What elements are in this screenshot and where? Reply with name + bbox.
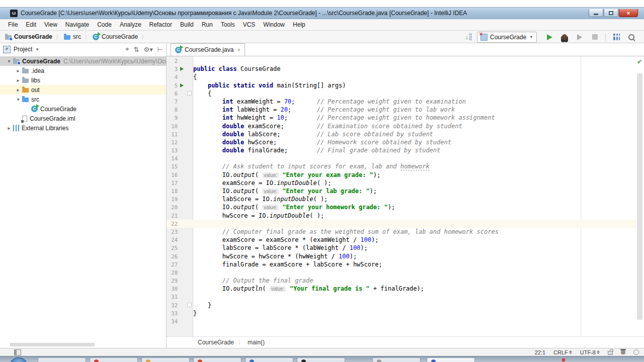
- taskbar-button[interactable]: [427, 357, 475, 362]
- project-panel-title[interactable]: Project: [14, 46, 32, 53]
- menu-item-tools[interactable]: Tools: [217, 20, 239, 29]
- code-line[interactable]: 30 IO.outputln( value: "Your final grade…: [167, 285, 644, 293]
- horizontal-scrollbar[interactable]: [10, 343, 95, 346]
- code-line[interactable]: 29 // Output the final grade: [167, 277, 644, 285]
- menu-item-code[interactable]: Code: [93, 20, 116, 29]
- code-line[interactable]: 21 hwScore = IO.inputDouble( );: [167, 212, 644, 220]
- run-gutter-icon[interactable]: [180, 67, 184, 71]
- code-line[interactable]: 34: [167, 317, 644, 325]
- code-line[interactable]: 9 int hwWeight = 10; // Percentage weigh…: [167, 114, 644, 122]
- code-line[interactable]: 24 examScore = examScore * (examWeight /…: [167, 236, 644, 244]
- minimize-button[interactable]: [589, 9, 603, 17]
- code-line[interactable]: 18 IO.output( value: "Enter your lab gra…: [167, 187, 644, 195]
- settings-gear-icon[interactable]: ⚙▾: [143, 46, 152, 53]
- start-button[interactable]: [9, 357, 28, 362]
- code-line[interactable]: 11 double labScore; // Lab score obtaine…: [167, 130, 644, 138]
- code-line[interactable]: 23 // Computer final grade as the weight…: [167, 228, 644, 236]
- code-line[interactable]: 19 labScore = IO.inputDouble( );: [167, 195, 644, 203]
- code-line[interactable]: 27 finalGrade = examScore + labScore + h…: [167, 260, 644, 268]
- menu-item-navigate[interactable]: Navigate: [61, 20, 93, 29]
- code-line[interactable]: 3public class CourseGrade: [167, 65, 644, 73]
- tree-chevron-icon[interactable]: ▾: [14, 97, 22, 102]
- inspections-ok-icon[interactable]: ✔: [637, 58, 642, 65]
- project-structure-button[interactable]: [612, 33, 620, 41]
- code-line[interactable]: 8 int labWeight = 20; // Percentage weig…: [167, 106, 644, 114]
- event-log-bubble-icon[interactable]: [633, 349, 639, 355]
- title-bar[interactable]: IJ CourseGrade [C:\Users\user\Work\Курсы…: [0, 7, 644, 19]
- chevron-down-icon[interactable]: ▼: [35, 47, 39, 52]
- tree-item-external-libraries[interactable]: ▸External Libraries: [0, 123, 166, 133]
- code-line[interactable]: 32 }: [167, 301, 644, 309]
- tree-chevron-icon[interactable]: ▸: [14, 77, 22, 83]
- code-line[interactable]: 7 int examWeight = 70; // Percentage wei…: [167, 98, 644, 106]
- hide-panel-icon[interactable]: ⊢: [157, 46, 163, 53]
- taskbar-button[interactable]: [90, 357, 138, 362]
- run-button[interactable]: [545, 33, 553, 41]
- encoding-select[interactable]: UTF-8: [580, 349, 600, 355]
- code-line[interactable]: 20 IO.output( value: "Enter your homewor…: [167, 203, 644, 211]
- menu-item-analyze[interactable]: Analyze: [116, 20, 145, 29]
- tab-coursegrade-java[interactable]: CourseGrade.java ×: [171, 43, 245, 56]
- maximize-button[interactable]: [604, 9, 618, 17]
- code-line[interactable]: 15 // Ask student to input scores for ex…: [167, 162, 644, 170]
- taskbar-button[interactable]: [38, 357, 86, 362]
- vertical-scrollbar[interactable]: [637, 73, 642, 320]
- taskbar-button[interactable]: [297, 357, 345, 362]
- editor-breadcrumb-coursegrade[interactable]: CourseGrade: [198, 339, 234, 346]
- toolwindow-toggle-icon[interactable]: [14, 349, 21, 355]
- code-line[interactable]: 10 double examScore; // Examination scor…: [167, 122, 644, 130]
- code-editor[interactable]: 23public class CourseGrade4{5 public sta…: [167, 56, 644, 337]
- breadcrumb-item-coursegrade[interactable]: CourseGrade: [93, 33, 138, 40]
- code-line[interactable]: 5 public static void main(String[] args): [167, 81, 644, 89]
- caret-position[interactable]: 22:1: [535, 349, 545, 355]
- tree-item-src[interactable]: ▾src: [0, 95, 166, 104]
- code-line[interactable]: 26 hwScore = hwScore * (hwWeight / 100);: [167, 252, 644, 260]
- tree-chevron-icon[interactable]: ▸: [14, 68, 22, 73]
- taskbar-button[interactable]: [141, 357, 190, 362]
- editor-breadcrumb-main[interactable]: main(): [248, 339, 265, 346]
- run-gutter-icon[interactable]: [180, 83, 184, 87]
- menu-item-view[interactable]: View: [40, 20, 61, 29]
- close-tab-icon[interactable]: ×: [237, 47, 240, 53]
- code-line[interactable]: 13 double finalGrade; // Final grade obt…: [167, 146, 644, 154]
- code-line[interactable]: 2: [167, 57, 644, 65]
- code-line[interactable]: 28: [167, 268, 644, 277]
- code-line[interactable]: 22: [167, 220, 644, 228]
- lock-icon[interactable]: [608, 349, 613, 355]
- menu-item-edit[interactable]: Edit: [22, 20, 40, 29]
- tree-chevron-icon[interactable]: ▸: [14, 87, 22, 93]
- taskbar-button[interactable]: [193, 357, 242, 362]
- run-with-coverage-button[interactable]: [576, 33, 584, 41]
- breadcrumb-item-src[interactable]: src: [64, 33, 81, 40]
- search-everywhere-button[interactable]: [627, 33, 635, 41]
- collapse-all-icon[interactable]: ⇅: [134, 46, 139, 53]
- fold-marker-icon[interactable]: [187, 91, 192, 96]
- code-line[interactable]: 4{: [167, 73, 644, 81]
- menu-item-run[interactable]: Run: [198, 20, 217, 29]
- locate-icon[interactable]: ⌖: [125, 45, 129, 53]
- sort-lines-icon[interactable]: ↓ 011001: [465, 33, 472, 41]
- tree-chevron-icon[interactable]: ▾: [5, 58, 13, 64]
- menu-item-vcs[interactable]: VCS: [239, 20, 260, 29]
- menu-item-file[interactable]: File: [4, 20, 22, 29]
- code-line[interactable]: 6 {: [167, 89, 644, 98]
- fold-marker-icon[interactable]: [187, 303, 192, 307]
- menu-item-help[interactable]: Help: [289, 20, 309, 29]
- run-configuration-select[interactable]: CourseGrade ▼: [477, 32, 537, 43]
- taskbar-button[interactable]: [372, 357, 421, 362]
- menu-item-window[interactable]: Window: [259, 20, 289, 29]
- tree-chevron-icon[interactable]: ▸: [5, 125, 13, 131]
- tree-item-coursegrade-iml[interactable]: CourseGrade.iml: [0, 114, 166, 123]
- hector-inspections-icon[interactable]: [621, 350, 625, 354]
- tree-item-libs[interactable]: ▸libs: [0, 75, 166, 85]
- code-line[interactable]: 12 double hwScore; // Homework score obt…: [167, 138, 644, 146]
- tree-item-out[interactable]: ▸out: [0, 85, 166, 95]
- line-separator-select[interactable]: CRLF: [553, 349, 572, 355]
- code-line[interactable]: 25 labScore = labScore * (labWeight / 10…: [167, 244, 644, 252]
- taskbar-button[interactable]: [245, 357, 293, 362]
- code-line[interactable]: 31: [167, 293, 644, 301]
- breadcrumb-item-coursegrade[interactable]: CourseGrade: [5, 33, 52, 40]
- menu-item-refactor[interactable]: Refactor: [145, 20, 176, 29]
- code-line[interactable]: 16 IO.output( value: "Enter your exam gr…: [167, 171, 644, 179]
- tree-item-coursegrade[interactable]: ▾CourseGradeC:\Users\user\Work\Курсы\Ude…: [0, 56, 166, 66]
